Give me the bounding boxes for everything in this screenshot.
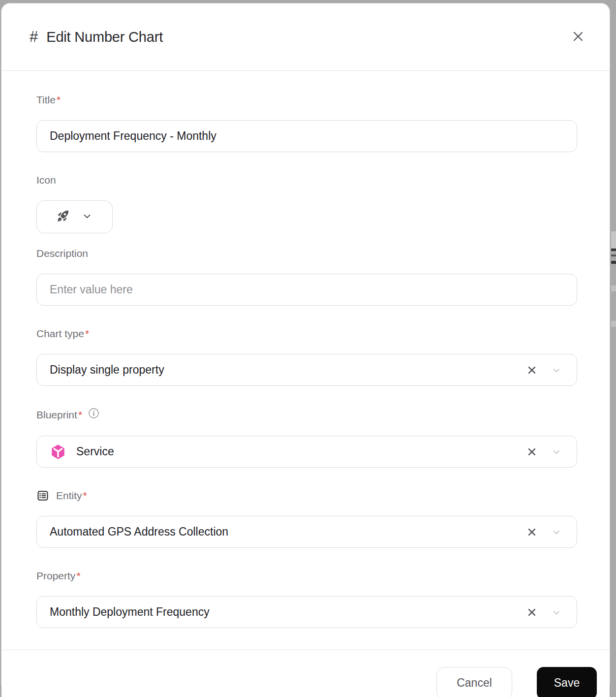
property-select[interactable]: Monthly Deployment Frequency — [36, 596, 577, 628]
chart-type-value: Display single property — [50, 363, 526, 377]
property-field: Property* Monthly Deployment Frequency — [36, 570, 577, 628]
modal-body: Title* Icon Description — [1, 71, 610, 650]
clear-icon[interactable] — [526, 527, 537, 538]
close-button[interactable] — [567, 26, 589, 48]
entity-list-icon — [36, 489, 49, 502]
title-input-wrapper — [36, 120, 577, 152]
chart-type-select[interactable]: Display single property — [36, 354, 577, 386]
entity-select[interactable]: Automated GPS Address Collection — [36, 516, 577, 548]
background-artifact — [611, 321, 616, 327]
info-icon[interactable] — [88, 408, 99, 422]
entity-value: Automated GPS Address Collection — [50, 525, 526, 539]
blueprint-select[interactable]: Service — [36, 436, 577, 468]
title-label: Title* — [36, 94, 577, 106]
blueprint-label: Blueprint* — [36, 408, 577, 422]
description-input-wrapper — [36, 274, 577, 306]
property-label: Property* — [36, 570, 577, 582]
chevron-down-icon[interactable] — [551, 607, 562, 618]
icon-field: Icon — [36, 174, 577, 233]
background-artifact — [611, 261, 616, 264]
modal-footer: Cancel Save — [1, 650, 610, 697]
service-cube-icon — [50, 444, 66, 460]
chart-type-field: Chart type* Display single property — [36, 327, 577, 386]
save-button[interactable]: Save — [537, 667, 597, 697]
clear-icon[interactable] — [526, 446, 537, 457]
chart-type-label: Chart type* — [36, 327, 577, 340]
page-background: { "window": { "title": "Edit Number Char… — [0, 0, 616, 697]
clear-icon[interactable] — [526, 607, 537, 618]
required-asterisk: * — [57, 94, 61, 106]
chevron-down-icon[interactable] — [551, 365, 562, 376]
chevron-down-icon[interactable] — [551, 446, 562, 457]
background-artifact — [611, 254, 616, 256]
description-input[interactable] — [37, 274, 577, 305]
clear-icon[interactable] — [526, 365, 537, 376]
cancel-button[interactable]: Cancel — [436, 667, 512, 697]
modal-title: Edit Number Chart — [46, 29, 163, 45]
required-asterisk: * — [78, 409, 82, 421]
entity-label: Entity* — [36, 489, 577, 502]
edit-number-chart-modal: # Edit Number Chart Title* Icon — [1, 3, 610, 692]
icon-label: Icon — [36, 174, 577, 187]
hash-icon: # — [30, 28, 38, 46]
background-artifact — [611, 249, 616, 251]
modal-header: # Edit Number Chart — [1, 3, 610, 71]
blueprint-field: Blueprint* — [36, 408, 577, 468]
background-artifact — [611, 285, 616, 291]
required-asterisk: * — [76, 570, 80, 582]
required-asterisk: * — [85, 327, 89, 340]
chevron-down-icon — [82, 211, 92, 223]
blueprint-value: Service — [50, 444, 526, 460]
property-value: Monthly Deployment Frequency — [50, 605, 526, 619]
description-label: Description — [36, 247, 577, 260]
icon-picker[interactable] — [36, 200, 113, 233]
entity-field: Entity* Automated GPS Address Collection — [36, 489, 577, 548]
description-field: Description — [36, 247, 577, 306]
chevron-down-icon[interactable] — [551, 527, 562, 538]
title-field: Title* — [36, 94, 577, 152]
rocket-icon — [57, 209, 70, 224]
title-input[interactable] — [37, 121, 577, 152]
required-asterisk: * — [83, 489, 87, 502]
close-icon — [571, 30, 585, 45]
background-artifact — [611, 231, 616, 248]
